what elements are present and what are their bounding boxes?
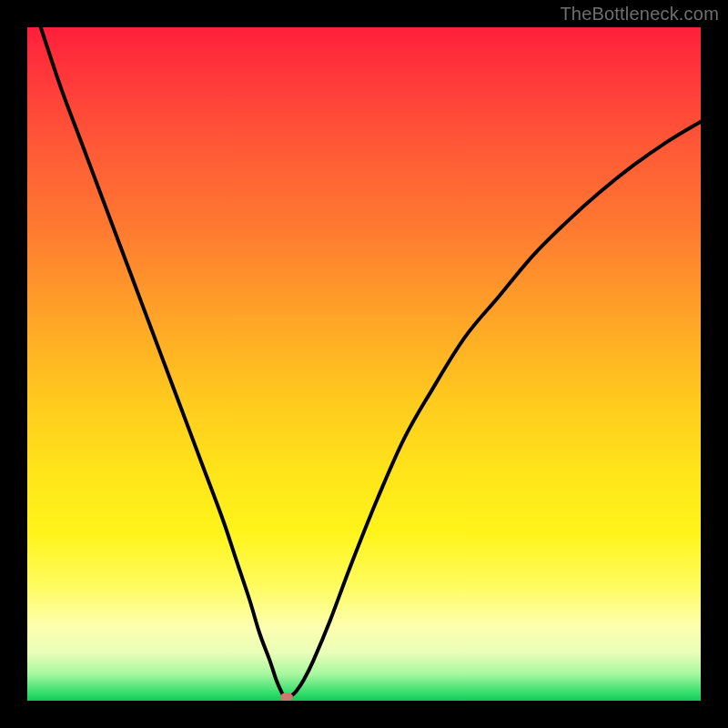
bottleneck-curve-path xyxy=(41,27,701,698)
curve-svg xyxy=(27,27,701,701)
chart-container: TheBottleneck.com xyxy=(0,0,728,728)
plot-area xyxy=(27,27,701,701)
optimal-point-marker xyxy=(280,693,293,701)
watermark-text: TheBottleneck.com xyxy=(560,4,719,25)
